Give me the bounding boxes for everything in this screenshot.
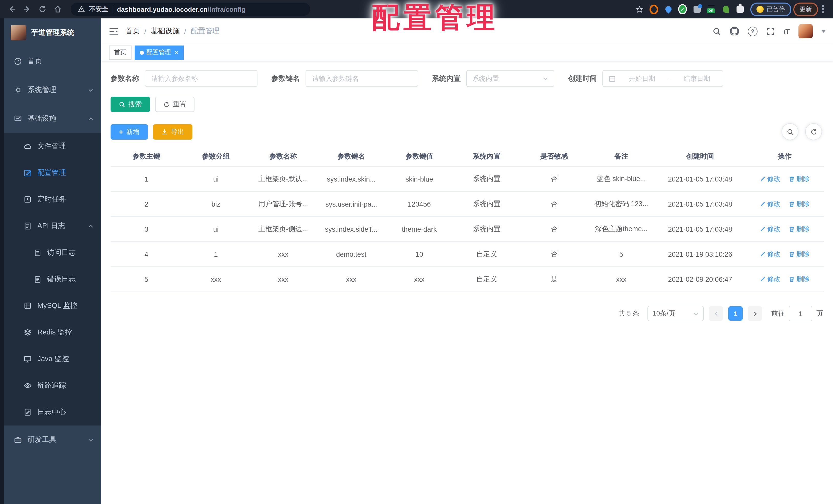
- sidebar-item-label: 首页: [28, 57, 42, 66]
- extension-check-icon[interactable]: ✓: [678, 5, 687, 14]
- goto-label: 前往: [771, 309, 785, 318]
- chevron-down-icon[interactable]: [822, 30, 826, 32]
- sidebar-item-java-monitor[interactable]: Java 监控: [4, 346, 101, 372]
- refresh-table-button[interactable]: [805, 123, 822, 140]
- column-header: 备注: [588, 147, 655, 167]
- github-icon[interactable]: [730, 27, 739, 36]
- sidebar-item-trace[interactable]: 链路追踪: [4, 372, 101, 399]
- forward-icon[interactable]: [21, 3, 34, 15]
- update-browser-button[interactable]: 更新: [793, 2, 818, 16]
- extension-pin-icon[interactable]: [664, 5, 672, 14]
- edit-link[interactable]: 修改: [760, 275, 781, 284]
- help-icon[interactable]: ?: [748, 26, 758, 36]
- add-button[interactable]: + 新增: [111, 124, 148, 140]
- address-bar[interactable]: 不安全 dashboard.yudao.iocoder.cn/infra/con…: [71, 3, 310, 16]
- cell-group: 1: [182, 242, 249, 267]
- sidebar-item-dev-tools[interactable]: 研发工具: [4, 426, 101, 454]
- sidebar-item-log-center[interactable]: 日志中心: [4, 399, 101, 426]
- pencil-icon: [760, 251, 766, 257]
- delete-link[interactable]: 删除: [789, 250, 810, 259]
- sidebar-item-infra[interactable]: 基础设施: [4, 104, 101, 133]
- export-button-label: 导出: [171, 127, 184, 136]
- sidebar-item-scheduled-jobs[interactable]: 定时任务: [4, 186, 101, 213]
- close-icon[interactable]: ×: [174, 49, 178, 56]
- header-actions: ? tT: [712, 24, 826, 39]
- param-key-input[interactable]: [306, 70, 418, 87]
- app-logo-row[interactable]: 芋道管理系统: [4, 19, 101, 47]
- font-size-icon[interactable]: tT: [784, 27, 790, 35]
- cell-key: sys.index.skin...: [317, 167, 386, 192]
- security-label[interactable]: 不安全: [89, 5, 108, 14]
- sidebar: 芋道管理系统 首页 系统管理: [4, 19, 101, 504]
- emoji-avatar: [757, 6, 764, 13]
- profile-paused-badge[interactable]: 已暂停: [750, 2, 791, 16]
- cell-name: xxx: [249, 267, 317, 292]
- edit-link[interactable]: 修改: [760, 174, 781, 184]
- builtin-type-select[interactable]: 系统内置: [466, 70, 554, 87]
- bookmark-star-icon[interactable]: [635, 5, 644, 14]
- sidebar-item-api-log[interactable]: API 日志: [4, 213, 101, 240]
- sidebar-item-file-manage[interactable]: 文件管理: [4, 133, 101, 159]
- search-button[interactable]: 搜索: [111, 97, 150, 112]
- sidebar-item-label: MySQL 监控: [38, 301, 77, 310]
- refresh-icon: [163, 101, 170, 108]
- date-range-picker[interactable]: 开始日期 - 结束日期: [602, 70, 723, 87]
- avatar[interactable]: [799, 24, 813, 39]
- trash-icon: [789, 276, 795, 282]
- extension-ring-icon[interactable]: [649, 5, 658, 14]
- delete-link[interactable]: 删除: [789, 199, 810, 209]
- edit-link[interactable]: 修改: [760, 250, 781, 259]
- delete-link[interactable]: 删除: [789, 275, 810, 284]
- active-tab-dot: [140, 50, 144, 54]
- browser-menu-icon[interactable]: [822, 8, 824, 10]
- sidebar-item-redis-monitor[interactable]: Redis 监控: [4, 319, 101, 346]
- delete-link[interactable]: 删除: [789, 174, 810, 184]
- edit-link[interactable]: 修改: [760, 225, 781, 234]
- current-page-button[interactable]: 1: [728, 306, 743, 321]
- back-icon[interactable]: [5, 3, 19, 15]
- sidebar-item-system[interactable]: 系统管理: [4, 76, 101, 104]
- goto-page: 前往 页: [771, 306, 823, 321]
- sidebar-item-error-log[interactable]: 错误日志: [4, 266, 101, 293]
- extensions-puzzle-icon[interactable]: [736, 5, 744, 14]
- cell-remark: xxx: [588, 267, 655, 292]
- export-button[interactable]: 导出: [153, 124, 192, 140]
- cell-builtin: 系统内置: [453, 217, 520, 242]
- edit-link[interactable]: 修改: [760, 199, 781, 209]
- tab-config-manage[interactable]: 配置管理 ×: [135, 45, 184, 59]
- collapse-sidebar-icon[interactable]: [109, 27, 118, 35]
- next-page-button[interactable]: [748, 306, 762, 321]
- eye-icon: [24, 381, 32, 390]
- edit-square-icon: [24, 169, 32, 177]
- select-placeholder: 系统内置: [472, 74, 499, 83]
- sidebar-item-label: 链路追踪: [38, 381, 66, 390]
- briefcase-icon: [14, 436, 22, 444]
- goto-page-input[interactable]: [789, 306, 812, 321]
- breadcrumb-home[interactable]: 首页: [125, 27, 140, 36]
- sidebar-item-home[interactable]: 首页: [4, 47, 101, 76]
- toggle-search-button[interactable]: [782, 123, 799, 140]
- reset-button[interactable]: 重置: [155, 97, 194, 112]
- sidebar-item-mysql-monitor[interactable]: MySQL 监控: [4, 293, 101, 319]
- sidebar-item-access-log[interactable]: 访问日志: [4, 240, 101, 266]
- page-content: 参数名称 参数键名 系统内置 系统内置 创建时间 开始日期 - 结束日期: [101, 61, 833, 504]
- breadcrumb-infra[interactable]: 基础设施: [151, 27, 180, 36]
- page-size-select[interactable]: 10条/页: [647, 306, 704, 321]
- sidebar-item-config-manage[interactable]: 配置管理: [4, 159, 101, 186]
- infrastructure-icon: [14, 115, 22, 123]
- reload-icon[interactable]: [36, 3, 49, 15]
- extension-sprout-icon[interactable]: [721, 5, 730, 14]
- home-icon[interactable]: [51, 3, 65, 15]
- extension-on-badge-icon[interactable]: on: [707, 5, 716, 14]
- filter-actions: 搜索 重置: [111, 97, 824, 112]
- prev-page-button[interactable]: [709, 306, 723, 321]
- tab-home[interactable]: 首页: [109, 45, 132, 59]
- breadcrumb-current: 配置管理: [191, 27, 219, 36]
- delete-link[interactable]: 删除: [789, 225, 810, 234]
- fullscreen-icon[interactable]: [766, 27, 775, 35]
- cell-value: theme-dark: [386, 217, 453, 242]
- param-name-input[interactable]: [145, 70, 258, 87]
- sidebar-item-label: 配置管理: [38, 168, 66, 177]
- search-icon[interactable]: [712, 27, 721, 35]
- extension-duotone-icon[interactable]: [692, 5, 701, 14]
